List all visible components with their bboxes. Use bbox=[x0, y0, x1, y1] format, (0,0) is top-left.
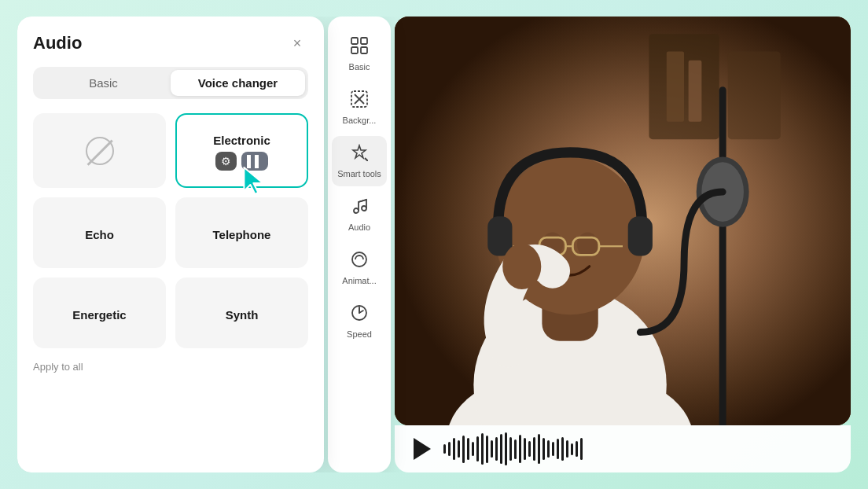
waveform-visual bbox=[443, 432, 832, 465]
close-button[interactable]: × bbox=[286, 32, 308, 54]
background-icon bbox=[351, 90, 368, 112]
panel-title: Audio bbox=[33, 33, 82, 53]
energetic-label: Energetic bbox=[72, 308, 126, 322]
waveform-bar-segment bbox=[458, 440, 460, 458]
effect-none[interactable] bbox=[33, 113, 166, 188]
svg-line-7 bbox=[365, 158, 368, 161]
effect-echo[interactable]: Echo bbox=[33, 197, 166, 268]
effect-telephone[interactable]: Telephone bbox=[175, 197, 308, 268]
none-icon bbox=[86, 137, 114, 165]
svg-rect-0 bbox=[351, 38, 358, 44]
waveform-bar-segment bbox=[519, 435, 521, 463]
waveform-bar bbox=[395, 425, 851, 472]
svg-point-11 bbox=[352, 252, 366, 267]
effect-energetic[interactable]: Energetic bbox=[33, 278, 166, 348]
audio-panel: Audio × Basic Voice changer Electronic ⚙… bbox=[17, 17, 324, 472]
waveform-bar-segment bbox=[542, 438, 545, 460]
background-label: Backgr... bbox=[343, 116, 377, 125]
effect-electronic[interactable]: Electronic ⚙ ▌▌ bbox=[175, 113, 308, 188]
toolbar-item-animate[interactable]: Animat... bbox=[332, 243, 387, 293]
waveform-bar-segment bbox=[495, 437, 498, 461]
waveform-bar-segment bbox=[571, 443, 573, 455]
svg-rect-32 bbox=[719, 86, 726, 425]
waveform-bar-segment bbox=[552, 442, 554, 456]
waveform-bar-segment bbox=[476, 436, 479, 461]
svg-rect-30 bbox=[628, 216, 653, 256]
waveform-bar-segment bbox=[509, 437, 512, 461]
waveform-bar-segment bbox=[505, 432, 507, 465]
animate-icon bbox=[351, 251, 368, 273]
effects-grid: Electronic ⚙ ▌▌ Echo Telephone bbox=[33, 113, 308, 348]
tab-bar: Basic Voice changer bbox=[33, 67, 308, 99]
waveform-bar-segment bbox=[491, 440, 493, 458]
waveform-bar-segment bbox=[514, 439, 517, 459]
basic-icon bbox=[351, 37, 368, 59]
toolbar-item-background[interactable]: Backgr... bbox=[332, 83, 387, 133]
svg-rect-17 bbox=[689, 61, 702, 122]
speed-label: Speed bbox=[347, 329, 372, 339]
waveform-bar-segment bbox=[538, 434, 540, 464]
waveform-bar-segment bbox=[528, 441, 531, 457]
smart-tools-label: Smart tools bbox=[337, 169, 381, 178]
speed-icon bbox=[351, 304, 368, 326]
smart-tools-icon bbox=[351, 144, 368, 166]
svg-line-10 bbox=[359, 200, 366, 202]
waveform-bar-segment bbox=[533, 437, 535, 461]
audio-label: Audio bbox=[348, 222, 370, 232]
svg-rect-16 bbox=[667, 52, 684, 122]
panel-header: Audio × bbox=[33, 32, 308, 54]
waveform-bar-segment bbox=[580, 438, 583, 460]
telephone-label: Telephone bbox=[213, 228, 271, 241]
waveform-bar-segment bbox=[481, 433, 484, 465]
waveform-bar-segment bbox=[462, 436, 465, 463]
waveform-bar-segment bbox=[566, 440, 568, 458]
svg-point-23 bbox=[577, 232, 598, 256]
svg-rect-2 bbox=[351, 47, 358, 53]
toolbar-item-speed[interactable]: Speed bbox=[332, 296, 387, 347]
tab-basic[interactable]: Basic bbox=[36, 70, 171, 96]
toolbar-item-smart-tools[interactable]: Smart tools bbox=[332, 136, 387, 186]
toolbar-item-basic[interactable]: Basic bbox=[332, 29, 387, 79]
waveform-bar-segment bbox=[561, 437, 564, 461]
waveform-bar-segment bbox=[557, 439, 559, 459]
toolbar-item-audio[interactable]: Audio bbox=[332, 189, 387, 240]
waveform-bar-segment bbox=[472, 442, 474, 456]
person-scene bbox=[395, 17, 851, 425]
basic-label: Basic bbox=[349, 62, 370, 72]
apply-all-button[interactable]: Apply to all bbox=[33, 361, 308, 373]
main-container: Audio × Basic Voice changer Electronic ⚙… bbox=[17, 17, 851, 472]
synth-label: Synth bbox=[226, 308, 259, 322]
audio-icon bbox=[351, 197, 368, 219]
tab-voice-changer[interactable]: Voice changer bbox=[171, 70, 305, 96]
waveform-bar-segment bbox=[443, 444, 446, 454]
svg-rect-15 bbox=[728, 52, 781, 140]
waveform-bar-segment bbox=[448, 442, 451, 456]
cursor-pointer bbox=[239, 164, 267, 200]
waveform-bar-segment bbox=[467, 438, 469, 460]
waveform-bar-segment bbox=[576, 441, 578, 457]
waveform-bar-segment bbox=[524, 438, 526, 460]
electronic-label: Electronic bbox=[213, 134, 270, 147]
side-toolbar: Basic Backgr... Smart tools bbox=[328, 17, 391, 472]
svg-point-31 bbox=[502, 244, 541, 289]
svg-rect-3 bbox=[361, 47, 367, 53]
waveform-bar-segment bbox=[547, 440, 550, 458]
photo-area bbox=[395, 17, 851, 425]
effect-synth[interactable]: Synth bbox=[175, 278, 308, 348]
echo-label: Echo bbox=[85, 228, 114, 241]
play-button[interactable] bbox=[414, 438, 431, 460]
waveform-bar-segment bbox=[486, 436, 488, 463]
sliders-icon: ⚙ bbox=[215, 152, 237, 171]
waveform-bar-segment bbox=[500, 434, 502, 464]
waveform-bar-segment bbox=[453, 438, 455, 460]
animate-label: Animat... bbox=[342, 276, 376, 285]
svg-rect-1 bbox=[361, 38, 367, 44]
